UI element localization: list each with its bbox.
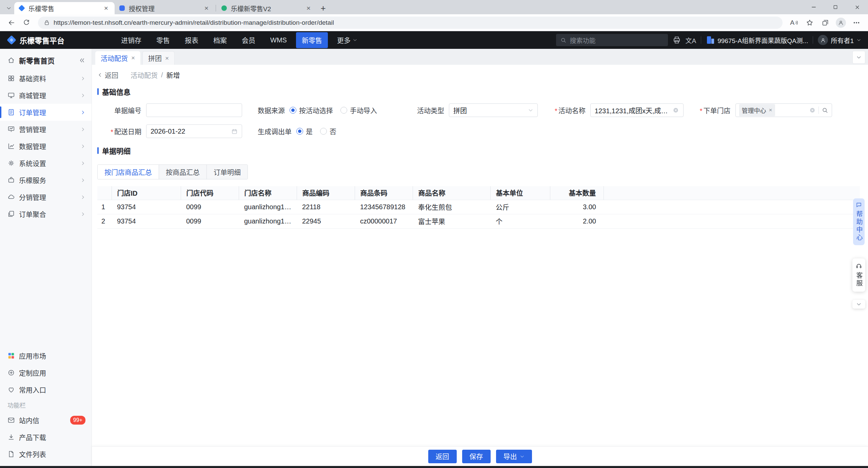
table-header-row: 门店ID 门店代码 门店名称 商品编码 商品条码 商品名称 基本单位 基本数量 <box>97 186 860 200</box>
nav-item-wms[interactable]: WMS <box>264 33 293 47</box>
sidebar-item-distribution[interactable]: 分销管理 <box>0 189 92 206</box>
tab-search-button[interactable] <box>3 2 14 14</box>
store-tag[interactable]: 管理中心× <box>739 104 775 116</box>
sidebar-item-order-management[interactable]: 订单管理 <box>0 104 92 121</box>
module-tab-group-buy[interactable]: 拼团 × <box>142 51 175 65</box>
maximize-button[interactable] <box>825 0 846 14</box>
sidebar-item-product-download[interactable]: 产品下载 <box>0 429 92 446</box>
favorite-star-icon[interactable] <box>803 16 816 30</box>
radio-transfer-no[interactable]: 否 <box>320 126 336 136</box>
order-no-input[interactable] <box>146 103 242 117</box>
remove-tag-icon[interactable]: × <box>769 107 772 114</box>
table-row[interactable]: 2 93754 0099 guanlizhong123··· 22945 cz0… <box>97 214 860 228</box>
auth-favicon <box>119 5 125 12</box>
column-header: 商品名称 <box>413 186 490 200</box>
chevron-right-icon <box>80 76 85 81</box>
delivery-date-input[interactable]: 2026-01-22 <box>146 124 242 138</box>
help-center-widget[interactable]: 帮助中心 <box>853 198 865 245</box>
browser-menu-icon[interactable] <box>850 16 863 30</box>
sidebar-item-file-list[interactable]: 文件列表 <box>0 446 92 463</box>
user-menu[interactable]: 所有者1 <box>818 35 861 45</box>
activity-type-select[interactable]: 拼团 <box>449 103 538 117</box>
address-bar[interactable]: https://lemon-test.nhsoft.cn/earth-mercu… <box>38 17 783 29</box>
company-switcher[interactable]: 99675-A组新界面果蔬版QA测... <box>706 36 808 45</box>
tab-close-icon[interactable]: × <box>202 4 211 13</box>
clear-input-icon[interactable] <box>809 107 816 114</box>
tab-close-icon[interactable]: × <box>102 4 111 13</box>
search-store-icon[interactable] <box>822 107 828 114</box>
chevron-down-icon <box>856 38 861 42</box>
table-row[interactable]: 1 93754 0099 guanlizhong123··· 22118 123… <box>97 200 860 214</box>
browser-tab-new-retail-v2[interactable]: 乐檬新零售V2 × <box>217 2 317 14</box>
detail-tab-by-sku[interactable]: 按商品汇总 <box>159 165 206 179</box>
radio-icon <box>340 107 347 114</box>
collapse-sidebar-icon[interactable] <box>79 57 85 64</box>
tab-close-icon[interactable]: × <box>304 4 313 13</box>
sidebar-item-order-aggregation[interactable]: 订单聚合 <box>0 206 92 222</box>
collapse-widgets-button[interactable] <box>852 300 865 309</box>
radio-transfer-yes[interactable]: 是 <box>296 126 313 136</box>
lemon-favicon <box>18 5 25 12</box>
sidebar-item-marketing[interactable]: 营销管理 <box>0 121 92 138</box>
minimize-button[interactable] <box>803 0 825 14</box>
store-input[interactable]: 管理中心× <box>735 103 832 117</box>
detail-tab-by-store-sku[interactable]: 按门店商品汇总 <box>98 165 159 179</box>
cell-unit: 个 <box>490 214 550 228</box>
activity-name-input[interactable]: 1231,1231,成团x天,成团x天,成团 <box>590 103 684 117</box>
column-header: 门店ID <box>112 186 181 200</box>
sidebar-item-system-settings[interactable]: 系统设置 <box>0 155 92 172</box>
save-button[interactable]: 保存 <box>462 450 491 463</box>
export-button[interactable]: 导出 <box>496 450 532 463</box>
close-window-button[interactable] <box>846 0 868 14</box>
nav-item-purchase-sales[interactable]: 进销存 <box>115 32 147 48</box>
sidebar-item-data-management[interactable]: 数据管理 <box>0 138 92 155</box>
return-button[interactable]: 返回 <box>428 450 457 463</box>
cell-filler <box>604 200 860 214</box>
sidebar-item-mall-management[interactable]: 商城管理 <box>0 87 92 104</box>
module-tab-activity-distribution[interactable]: 活动配货 × <box>95 51 140 65</box>
translate-icon[interactable]: 文A <box>686 36 696 45</box>
nav-item-archives[interactable]: 档案 <box>208 32 233 48</box>
nav-item-more[interactable]: 更多 <box>331 32 363 48</box>
refresh-icon[interactable] <box>20 16 33 30</box>
sidebar-item-custom-apps[interactable]: 定制应用 <box>0 364 92 381</box>
radio-label: 手动导入 <box>350 105 377 115</box>
help-bubble-icon <box>856 202 862 208</box>
close-tab-icon[interactable]: × <box>131 54 135 62</box>
chevron-down-icon <box>528 108 533 113</box>
sidebar-item-inbox[interactable]: 站内信 99+ <box>0 412 92 429</box>
customer-service-widget[interactable]: 客服 <box>852 258 865 292</box>
detail-tab-order-detail[interactable]: 订单明细 <box>206 165 248 179</box>
browser-tab-lemon-retail[interactable]: 乐檬零售 × <box>14 2 115 14</box>
read-aloud-icon[interactable]: A <box>787 16 801 30</box>
new-tab-button[interactable]: + <box>317 2 329 14</box>
breadcrumb-parent[interactable]: 活动配货 <box>131 70 158 80</box>
nav-item-members[interactable]: 会员 <box>236 32 261 48</box>
url-text[interactable]: https://lemon-test.nhsoft.cn/earth-mercu… <box>54 19 334 26</box>
print-icon[interactable] <box>673 36 681 44</box>
page-content: 返回 活动配货 / 新增 基础信息 单据编号 数据来源 按活动选择 手动导入 活… <box>92 65 868 446</box>
sidebar-item-favorites-entry[interactable]: 常用入口 <box>0 381 92 398</box>
nav-item-new-retail[interactable]: 新零售 <box>296 32 328 48</box>
module-tab-dropdown[interactable] <box>852 51 865 64</box>
browser-tab-auth[interactable]: 授权管理 × <box>115 2 215 14</box>
app-logo[interactable]: 乐檬零售平台 <box>7 35 64 45</box>
nav-item-reports[interactable]: 报表 <box>179 32 204 48</box>
sidebar-item-lemon-services[interactable]: 乐檬服务 <box>0 172 92 189</box>
radio-by-activity[interactable]: 按活动选择 <box>290 105 333 115</box>
function-search-input[interactable]: 搜索功能 <box>556 34 668 46</box>
sidebar-item-label: 数据管理 <box>19 141 76 151</box>
collections-icon[interactable] <box>818 16 832 30</box>
radio-icon <box>296 128 303 135</box>
browser-profile-avatar[interactable] <box>834 16 848 30</box>
clear-input-icon[interactable] <box>672 107 679 114</box>
close-tab-icon[interactable]: × <box>165 55 169 62</box>
site-info-lock-icon[interactable] <box>43 19 50 26</box>
nav-item-retail[interactable]: 零售 <box>151 32 176 48</box>
sidebar-item-app-market[interactable]: 应用市场 <box>0 347 92 364</box>
sidebar-item-basic-data[interactable]: 基础资料 <box>0 70 92 87</box>
back-link[interactable]: 返回 <box>97 70 118 80</box>
sidebar-item-home[interactable]: 新零售首页 <box>0 51 92 70</box>
radio-manual-import[interactable]: 手动导入 <box>340 105 377 115</box>
back-icon[interactable] <box>5 16 18 30</box>
